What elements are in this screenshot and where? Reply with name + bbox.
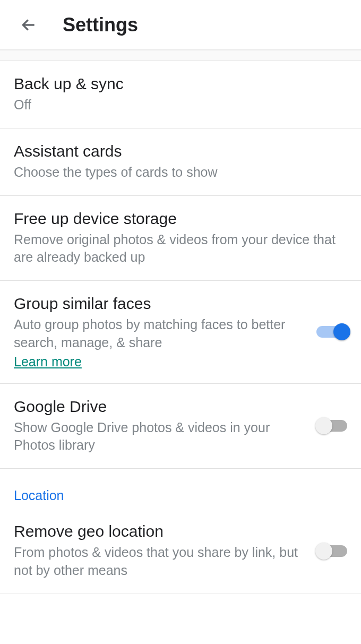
switch-thumb xyxy=(333,323,350,340)
row-backup-sync[interactable]: Back up & sync Off xyxy=(0,61,361,128)
row-subtitle: Off xyxy=(14,96,347,114)
learn-more-link[interactable]: Learn more xyxy=(14,354,82,370)
drive-toggle[interactable] xyxy=(316,420,347,432)
row-remove-geo-location[interactable]: Remove geo location From photos & videos… xyxy=(0,509,361,594)
row-title: Assistant cards xyxy=(14,142,347,160)
faces-toggle[interactable] xyxy=(316,326,347,338)
switch-thumb xyxy=(315,543,332,560)
row-title: Free up device storage xyxy=(14,210,347,228)
geo-toggle[interactable] xyxy=(316,545,347,557)
row-google-drive[interactable]: Google Drive Show Google Drive photos & … xyxy=(0,384,361,469)
back-button[interactable] xyxy=(16,12,41,38)
row-subtitle: Auto group photos by matching faces to b… xyxy=(14,316,306,352)
row-assistant-cards[interactable]: Assistant cards Choose the types of card… xyxy=(0,128,361,196)
row-title: Google Drive xyxy=(14,398,306,416)
row-title: Remove geo location xyxy=(14,522,306,540)
arrow-left-icon xyxy=(20,16,37,33)
row-subtitle: Choose the types of cards to show xyxy=(14,164,347,182)
row-group-similar-faces[interactable]: Group similar faces Auto group photos by… xyxy=(0,281,361,384)
switch-thumb xyxy=(315,417,332,434)
row-subtitle: From photos & videos that you share by l… xyxy=(14,544,306,580)
header-spacer xyxy=(0,50,361,61)
row-title: Back up & sync xyxy=(14,75,347,93)
section-header-location: Location xyxy=(0,469,361,509)
row-title: Group similar faces xyxy=(14,295,306,313)
page-title: Settings xyxy=(63,14,138,36)
row-subtitle: Remove original photos & videos from you… xyxy=(14,231,347,267)
row-free-up-storage[interactable]: Free up device storage Remove original p… xyxy=(0,196,361,281)
row-subtitle: Show Google Drive photos & videos in you… xyxy=(14,419,306,455)
app-header: Settings xyxy=(0,0,361,50)
